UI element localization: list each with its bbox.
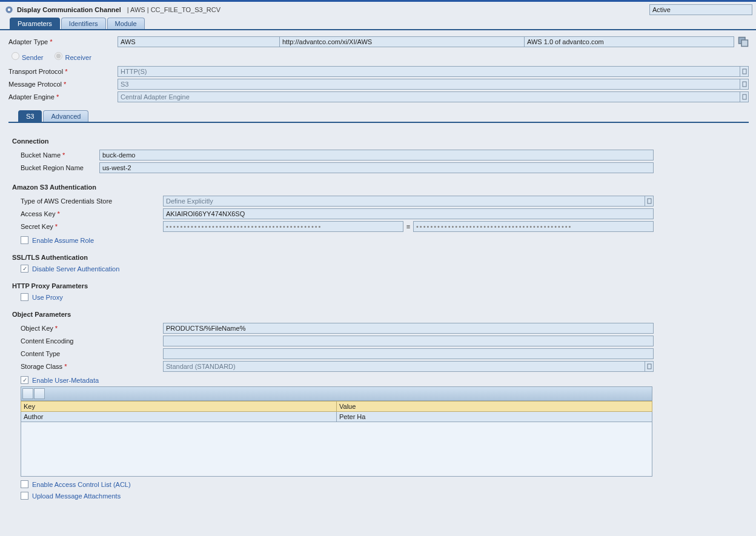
section-ssl: SSL/TLS Authentication [12, 254, 749, 261]
row-enable-metadata[interactable]: Enable User-Metadata [21, 376, 749, 384]
table-row[interactable]: Author Peter Ha [21, 412, 652, 422]
svg-rect-7 [648, 199, 651, 203]
bucket-region-field[interactable] [99, 162, 654, 173]
adapter-type-name[interactable] [118, 36, 280, 47]
dropdown-icon[interactable] [740, 79, 749, 90]
window-header: Display Communication Channel | AWS | CC… [0, 2, 756, 18]
adapter-type-ver[interactable] [525, 36, 734, 47]
dropdown-icon[interactable] [740, 66, 749, 77]
subtab-advanced[interactable]: Advanced [43, 110, 88, 122]
col-value: Value [337, 402, 652, 412]
bucket-name-field[interactable] [99, 150, 654, 160]
storage-class-field[interactable] [163, 361, 645, 372]
row-use-proxy[interactable]: Use Proxy [21, 293, 749, 301]
row-storage-class: Storage Class [12, 360, 749, 372]
label-region: Bucket Region Name [21, 164, 99, 171]
label-transport: Transport Protocol [8, 68, 118, 75]
object-ref-icon[interactable] [738, 36, 749, 47]
main-tabs: Parameters Identifiers Module [0, 18, 756, 30]
object-key-field[interactable] [163, 323, 654, 334]
label-storage-class: Storage Class [21, 363, 163, 370]
row-access-key: Access Key [12, 207, 749, 220]
section-proxy: HTTP Proxy Parameters [12, 282, 749, 290]
checkbox-enable-acl[interactable] [21, 480, 28, 488]
metadata-toolbar [21, 386, 652, 401]
label-cred-store: Type of AWS Credentials Store [21, 197, 163, 205]
label-content-encoding: Content Encoding [21, 337, 163, 345]
label-use-proxy: Use Proxy [32, 294, 63, 301]
cell-value[interactable]: Peter Ha [337, 412, 652, 422]
section-object: Object Parameters [12, 311, 749, 318]
row-adapter-type: Adapter Type [8, 35, 749, 48]
table-header-row: Key Value [21, 402, 652, 412]
label-enable-acl: Enable Access Control List (ACL) [32, 481, 131, 488]
equals-icon: ≡ [403, 223, 413, 230]
row-bucket: Bucket Name [12, 148, 749, 161]
secret-key-confirm-field[interactable] [413, 221, 654, 232]
svg-rect-5 [743, 82, 746, 87]
dropdown-icon[interactable] [740, 91, 749, 102]
label-object-key: Object Key [21, 325, 163, 332]
dropdown-icon[interactable] [645, 361, 654, 372]
row-transport: Transport Protocol [8, 65, 749, 78]
content-type-field[interactable] [163, 348, 654, 359]
object-path: | AWS | CC_FILE_TO_S3_RCV [127, 6, 220, 13]
remove-row-button[interactable] [34, 388, 45, 399]
dropdown-icon[interactable] [645, 196, 654, 207]
row-object-key: Object Key [12, 322, 749, 334]
row-disable-server-auth[interactable]: Disable Server Authentication [21, 265, 749, 273]
row-upload-attachments[interactable]: Upload Message Attachments [21, 492, 749, 500]
label-secret-key: Secret Key [21, 223, 163, 230]
add-row-button[interactable] [22, 388, 33, 399]
svg-rect-4 [743, 69, 746, 74]
tab-identifiers[interactable]: Identifiers [61, 18, 106, 29]
svg-rect-8 [648, 364, 651, 369]
label-bucket: Bucket Name [21, 151, 99, 159]
label-engine: Adapter Engine [8, 93, 118, 101]
adapter-type-ns[interactable] [280, 36, 525, 47]
label-enable-metadata: Enable User-Metadata [32, 377, 99, 384]
row-cred-store: Type of AWS Credentials Store [12, 194, 749, 207]
checkbox-enable-metadata[interactable] [21, 376, 28, 384]
status-field[interactable]: Active [649, 4, 752, 15]
metadata-table: Key Value Author Peter Ha [21, 401, 652, 422]
row-region: Bucket Region Name [12, 161, 749, 174]
display-icon [4, 4, 15, 15]
cred-store-field[interactable] [163, 196, 645, 207]
svg-rect-6 [743, 94, 746, 99]
label-assume-role: Enable Assume Role [32, 237, 94, 244]
checkbox-upload-attachments[interactable] [21, 492, 28, 500]
label-message: Message Protocol [8, 81, 118, 88]
section-auth: Amazon S3 Authentication [12, 184, 749, 191]
radio-sender[interactable]: Sender [8, 50, 43, 61]
section-connection: Connection [12, 137, 749, 145]
radio-receiver[interactable]: Receiver [51, 50, 91, 61]
label-upload-attachments: Upload Message Attachments [32, 492, 121, 500]
col-key: Key [21, 402, 337, 412]
label-content-type: Content Type [21, 350, 163, 357]
row-assume-role[interactable]: Enable Assume Role [21, 236, 749, 244]
tab-module[interactable]: Module [107, 18, 145, 29]
cell-key[interactable]: Author [21, 412, 337, 422]
sub-tabs: S3 Advanced [8, 110, 749, 123]
row-secret-key: Secret Key ≡ [12, 220, 749, 233]
message-protocol-field[interactable] [118, 79, 740, 90]
svg-rect-3 [741, 40, 748, 47]
subtab-s3[interactable]: S3 [18, 110, 42, 122]
direction-group: Sender Receiver [8, 50, 749, 61]
tab-parameters[interactable]: Parameters [10, 18, 60, 29]
secret-key-field[interactable] [163, 221, 403, 232]
transport-protocol-field[interactable] [118, 66, 740, 77]
checkbox-use-proxy[interactable] [21, 293, 28, 301]
svg-point-1 [8, 8, 11, 12]
adapter-engine-field[interactable] [118, 91, 740, 102]
access-key-field[interactable] [163, 208, 654, 219]
checkbox-assume-role[interactable] [21, 236, 28, 244]
label-disable-server-auth: Disable Server Authentication [32, 265, 119, 273]
row-enable-acl[interactable]: Enable Access Control List (ACL) [21, 480, 749, 488]
row-content-encoding: Content Encoding [12, 334, 749, 347]
label-access-key: Access Key [21, 210, 163, 217]
row-message: Message Protocol [8, 78, 749, 90]
checkbox-disable-server-auth[interactable] [21, 265, 28, 273]
content-encoding-field[interactable] [163, 336, 654, 346]
